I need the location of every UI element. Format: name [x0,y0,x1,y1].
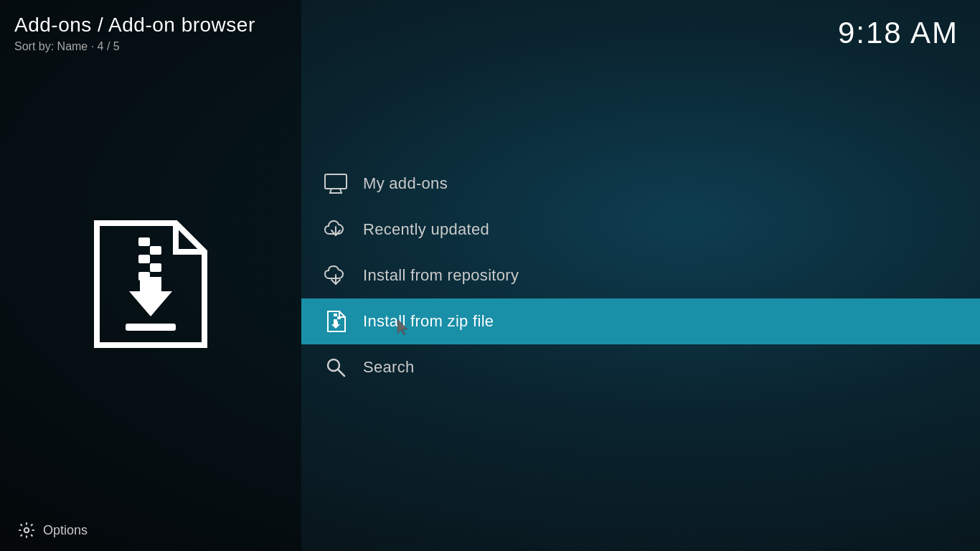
svg-rect-13 [334,314,337,316]
svg-line-17 [338,369,344,376]
svg-rect-1 [150,246,161,255]
options-label: Options [43,523,88,538]
search-icon [323,354,349,380]
addon-icon-container [0,59,301,509]
menu-item-search[interactable]: Search [301,344,980,390]
menu-item-my-addons[interactable]: My add-ons [301,161,980,207]
svg-point-6 [24,528,29,533]
clock: 9:18 AM [838,16,958,50]
sort-info: Sort by: Name · 4 / 5 [14,40,255,53]
left-panel: Add-ons / Add-on browser Sort by: Name ·… [0,0,301,551]
addon-icon [75,209,226,359]
recently-updated-label: Recently updated [363,220,489,239]
right-panel: My add-ons Recently updated [301,0,980,551]
svg-rect-14 [337,316,341,319]
options-bar[interactable]: Options [0,509,105,551]
menu-item-install-zip[interactable]: Install from zip file [301,298,980,344]
menu-item-install-repository[interactable]: Install from repository [301,253,980,298]
header-area: Add-ons / Add-on browser Sort by: Name ·… [0,0,273,59]
install-zip-label: Install from zip file [363,312,494,331]
menu-list: My add-ons Recently updated [301,161,980,390]
my-addons-label: My add-ons [363,174,448,193]
svg-rect-5 [126,324,176,331]
cloud-refresh-icon [323,217,349,242]
zip-file-icon [323,309,349,334]
svg-rect-3 [150,263,161,272]
svg-rect-2 [138,255,150,263]
install-repository-label: Install from repository [363,266,519,285]
menu-item-recently-updated[interactable]: Recently updated [301,207,980,253]
svg-rect-0 [138,237,150,246]
search-label: Search [363,358,415,377]
gear-icon [17,521,36,540]
cloud-download-icon [323,263,349,288]
svg-rect-7 [325,174,347,189]
page-title: Add-ons / Add-on browser [14,13,255,37]
monitor-icon [323,171,349,197]
